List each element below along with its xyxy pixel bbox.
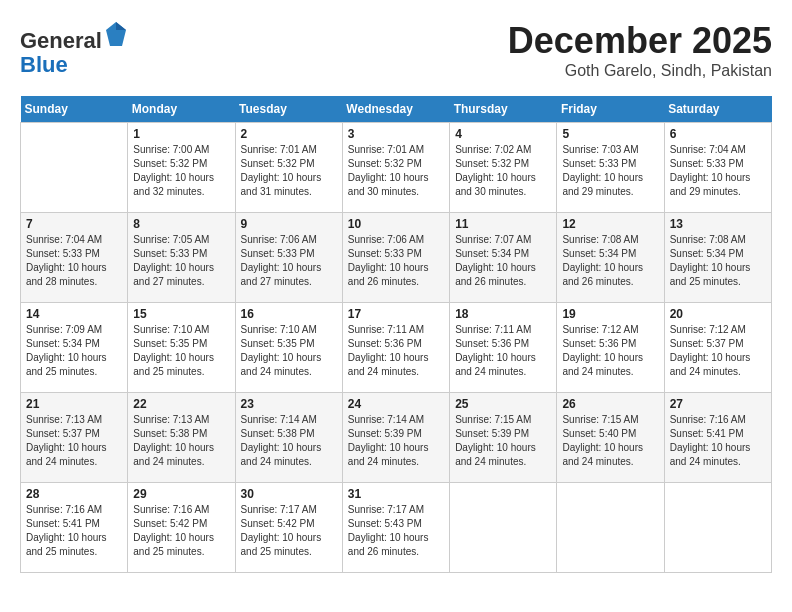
day-info: Sunrise: 7:08 AM Sunset: 5:34 PM Dayligh…: [562, 233, 658, 289]
day-info: Sunrise: 7:06 AM Sunset: 5:33 PM Dayligh…: [348, 233, 444, 289]
day-number: 27: [670, 397, 766, 411]
day-number: 22: [133, 397, 229, 411]
day-number: 5: [562, 127, 658, 141]
weekday-wednesday: Wednesday: [342, 96, 449, 123]
svg-marker-1: [116, 22, 126, 30]
day-info: Sunrise: 7:14 AM Sunset: 5:39 PM Dayligh…: [348, 413, 444, 469]
calendar-cell: 25Sunrise: 7:15 AM Sunset: 5:39 PM Dayli…: [450, 393, 557, 483]
day-number: 29: [133, 487, 229, 501]
weekday-header-row: SundayMondayTuesdayWednesdayThursdayFrid…: [21, 96, 772, 123]
day-number: 1: [133, 127, 229, 141]
weekday-tuesday: Tuesday: [235, 96, 342, 123]
day-number: 25: [455, 397, 551, 411]
day-info: Sunrise: 7:06 AM Sunset: 5:33 PM Dayligh…: [241, 233, 337, 289]
day-number: 12: [562, 217, 658, 231]
weekday-sunday: Sunday: [21, 96, 128, 123]
calendar-cell: 10Sunrise: 7:06 AM Sunset: 5:33 PM Dayli…: [342, 213, 449, 303]
day-info: Sunrise: 7:07 AM Sunset: 5:34 PM Dayligh…: [455, 233, 551, 289]
calendar-cell: 7Sunrise: 7:04 AM Sunset: 5:33 PM Daylig…: [21, 213, 128, 303]
day-info: Sunrise: 7:09 AM Sunset: 5:34 PM Dayligh…: [26, 323, 122, 379]
day-number: 30: [241, 487, 337, 501]
calendar-cell: 1Sunrise: 7:00 AM Sunset: 5:32 PM Daylig…: [128, 123, 235, 213]
logo-general: General: [20, 28, 102, 53]
day-number: 9: [241, 217, 337, 231]
calendar-cell: 29Sunrise: 7:16 AM Sunset: 5:42 PM Dayli…: [128, 483, 235, 573]
calendar-table: SundayMondayTuesdayWednesdayThursdayFrid…: [20, 96, 772, 573]
day-info: Sunrise: 7:17 AM Sunset: 5:43 PM Dayligh…: [348, 503, 444, 559]
day-number: 2: [241, 127, 337, 141]
day-info: Sunrise: 7:03 AM Sunset: 5:33 PM Dayligh…: [562, 143, 658, 199]
day-number: 13: [670, 217, 766, 231]
day-info: Sunrise: 7:16 AM Sunset: 5:41 PM Dayligh…: [26, 503, 122, 559]
logo: General Blue: [20, 20, 128, 77]
day-number: 21: [26, 397, 122, 411]
calendar-cell: 3Sunrise: 7:01 AM Sunset: 5:32 PM Daylig…: [342, 123, 449, 213]
day-number: 3: [348, 127, 444, 141]
day-number: 31: [348, 487, 444, 501]
week-row-2: 7Sunrise: 7:04 AM Sunset: 5:33 PM Daylig…: [21, 213, 772, 303]
calendar-cell: 5Sunrise: 7:03 AM Sunset: 5:33 PM Daylig…: [557, 123, 664, 213]
day-info: Sunrise: 7:15 AM Sunset: 5:39 PM Dayligh…: [455, 413, 551, 469]
month-title: December 2025: [508, 20, 772, 62]
day-number: 15: [133, 307, 229, 321]
calendar-cell: 31Sunrise: 7:17 AM Sunset: 5:43 PM Dayli…: [342, 483, 449, 573]
calendar-cell: [21, 123, 128, 213]
calendar-cell: 2Sunrise: 7:01 AM Sunset: 5:32 PM Daylig…: [235, 123, 342, 213]
calendar-cell: 21Sunrise: 7:13 AM Sunset: 5:37 PM Dayli…: [21, 393, 128, 483]
calendar-cell: 14Sunrise: 7:09 AM Sunset: 5:34 PM Dayli…: [21, 303, 128, 393]
day-info: Sunrise: 7:16 AM Sunset: 5:41 PM Dayligh…: [670, 413, 766, 469]
day-number: 16: [241, 307, 337, 321]
calendar-cell: 12Sunrise: 7:08 AM Sunset: 5:34 PM Dayli…: [557, 213, 664, 303]
logo-text: General Blue: [20, 20, 128, 77]
calendar-cell: 22Sunrise: 7:13 AM Sunset: 5:38 PM Dayli…: [128, 393, 235, 483]
day-info: Sunrise: 7:04 AM Sunset: 5:33 PM Dayligh…: [26, 233, 122, 289]
day-info: Sunrise: 7:02 AM Sunset: 5:32 PM Dayligh…: [455, 143, 551, 199]
day-info: Sunrise: 7:13 AM Sunset: 5:38 PM Dayligh…: [133, 413, 229, 469]
day-number: 14: [26, 307, 122, 321]
calendar-cell: 8Sunrise: 7:05 AM Sunset: 5:33 PM Daylig…: [128, 213, 235, 303]
calendar-cell: 20Sunrise: 7:12 AM Sunset: 5:37 PM Dayli…: [664, 303, 771, 393]
calendar-cell: 15Sunrise: 7:10 AM Sunset: 5:35 PM Dayli…: [128, 303, 235, 393]
day-number: 7: [26, 217, 122, 231]
day-number: 8: [133, 217, 229, 231]
week-row-4: 21Sunrise: 7:13 AM Sunset: 5:37 PM Dayli…: [21, 393, 772, 483]
calendar-cell: 18Sunrise: 7:11 AM Sunset: 5:36 PM Dayli…: [450, 303, 557, 393]
title-block: December 2025 Goth Garelo, Sindh, Pakist…: [508, 20, 772, 80]
day-info: Sunrise: 7:17 AM Sunset: 5:42 PM Dayligh…: [241, 503, 337, 559]
day-number: 11: [455, 217, 551, 231]
weekday-thursday: Thursday: [450, 96, 557, 123]
day-info: Sunrise: 7:10 AM Sunset: 5:35 PM Dayligh…: [133, 323, 229, 379]
day-info: Sunrise: 7:01 AM Sunset: 5:32 PM Dayligh…: [348, 143, 444, 199]
logo-blue: Blue: [20, 52, 68, 77]
day-info: Sunrise: 7:13 AM Sunset: 5:37 PM Dayligh…: [26, 413, 122, 469]
weekday-monday: Monday: [128, 96, 235, 123]
day-number: 24: [348, 397, 444, 411]
calendar-cell: 16Sunrise: 7:10 AM Sunset: 5:35 PM Dayli…: [235, 303, 342, 393]
day-number: 20: [670, 307, 766, 321]
calendar-cell: [664, 483, 771, 573]
calendar-cell: 19Sunrise: 7:12 AM Sunset: 5:36 PM Dayli…: [557, 303, 664, 393]
day-number: 28: [26, 487, 122, 501]
day-number: 10: [348, 217, 444, 231]
week-row-5: 28Sunrise: 7:16 AM Sunset: 5:41 PM Dayli…: [21, 483, 772, 573]
calendar-cell: 27Sunrise: 7:16 AM Sunset: 5:41 PM Dayli…: [664, 393, 771, 483]
day-info: Sunrise: 7:14 AM Sunset: 5:38 PM Dayligh…: [241, 413, 337, 469]
day-number: 6: [670, 127, 766, 141]
location-subtitle: Goth Garelo, Sindh, Pakistan: [508, 62, 772, 80]
day-info: Sunrise: 7:12 AM Sunset: 5:37 PM Dayligh…: [670, 323, 766, 379]
calendar-cell: 6Sunrise: 7:04 AM Sunset: 5:33 PM Daylig…: [664, 123, 771, 213]
calendar-cell: 17Sunrise: 7:11 AM Sunset: 5:36 PM Dayli…: [342, 303, 449, 393]
day-number: 26: [562, 397, 658, 411]
day-info: Sunrise: 7:08 AM Sunset: 5:34 PM Dayligh…: [670, 233, 766, 289]
day-info: Sunrise: 7:11 AM Sunset: 5:36 PM Dayligh…: [348, 323, 444, 379]
week-row-1: 1Sunrise: 7:00 AM Sunset: 5:32 PM Daylig…: [21, 123, 772, 213]
day-info: Sunrise: 7:04 AM Sunset: 5:33 PM Dayligh…: [670, 143, 766, 199]
day-info: Sunrise: 7:10 AM Sunset: 5:35 PM Dayligh…: [241, 323, 337, 379]
calendar-cell: 23Sunrise: 7:14 AM Sunset: 5:38 PM Dayli…: [235, 393, 342, 483]
calendar-body: 1Sunrise: 7:00 AM Sunset: 5:32 PM Daylig…: [21, 123, 772, 573]
calendar-cell: 4Sunrise: 7:02 AM Sunset: 5:32 PM Daylig…: [450, 123, 557, 213]
day-info: Sunrise: 7:12 AM Sunset: 5:36 PM Dayligh…: [562, 323, 658, 379]
weekday-friday: Friday: [557, 96, 664, 123]
calendar-cell: 24Sunrise: 7:14 AM Sunset: 5:39 PM Dayli…: [342, 393, 449, 483]
day-info: Sunrise: 7:11 AM Sunset: 5:36 PM Dayligh…: [455, 323, 551, 379]
